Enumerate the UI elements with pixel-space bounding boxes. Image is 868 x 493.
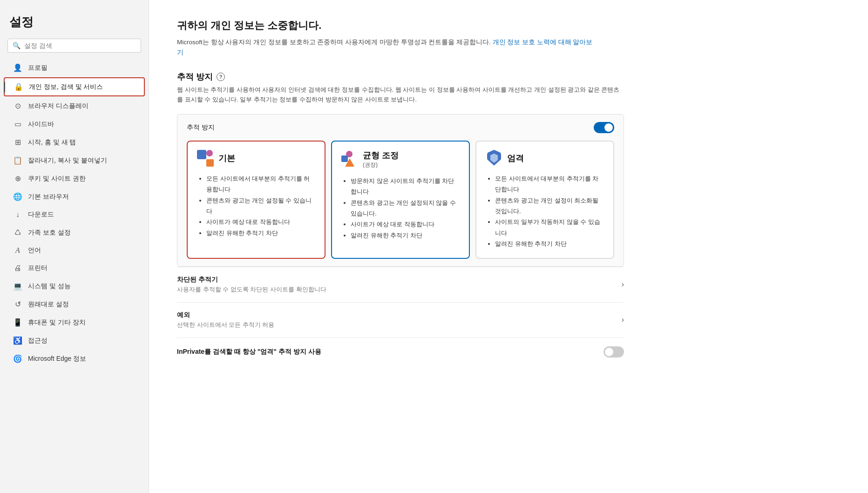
tracking-box: 추적 방지 기본 모든 사이트에서 대부분의 bbox=[177, 114, 624, 267]
sidebar-item-label: 사이드바 bbox=[28, 120, 54, 128]
sidebar-item-label: 브라우저 디스플레이 bbox=[28, 102, 88, 110]
sidebar-item-label: 시스템 및 성능 bbox=[28, 282, 71, 290]
sidebar-item-label: 접근성 bbox=[28, 337, 47, 345]
display-icon: ⊙ bbox=[13, 101, 22, 110]
sidebar-item-new-tab[interactable]: ⊞ 시작, 홈 및 새 탭 bbox=[4, 134, 145, 151]
sidebar-item-cookies[interactable]: ⊕ 쿠키 및 사이트 권한 bbox=[4, 170, 145, 187]
sidebar-item-label: 쿠키 및 사이트 권한 bbox=[28, 175, 86, 183]
section-title-tracking: 추적 방지 ? bbox=[177, 71, 840, 82]
profile-icon: 👤 bbox=[13, 63, 22, 72]
sidebar-item-label: 가족 보호 설정 bbox=[28, 229, 71, 237]
sidebar-item-label: 잘라내기, 복사 및 붙여넣기 bbox=[28, 156, 107, 165]
sidebar-item-family[interactable]: ♺ 가족 보호 설정 bbox=[4, 224, 145, 241]
system-icon: 💻 bbox=[13, 282, 22, 290]
sidebar-item-label: 프로필 bbox=[28, 64, 47, 72]
strict-icon bbox=[486, 150, 502, 167]
sidebar-item-label: 언어 bbox=[28, 246, 41, 255]
search-box[interactable]: 🔍 bbox=[7, 39, 141, 53]
card-title-strict: 엄격 bbox=[507, 153, 524, 164]
card-body-balanced: 방문하지 않은 사이트의 추적기를 차단합니다 콘텐츠와 광고는 개인 설정되지… bbox=[341, 176, 460, 241]
sidebar-item-profile[interactable]: 👤 프로필 bbox=[4, 59, 145, 76]
exceptions-desc: 선택한 사이트에서 모든 추적기 허용 bbox=[177, 321, 616, 329]
tracking-box-label: 추적 방지 bbox=[187, 123, 215, 132]
card-bullet: 콘텐츠와 광고는 개인 설정이 최소화될 것입니다. bbox=[495, 195, 604, 217]
inprivate-toggle[interactable] bbox=[604, 346, 624, 358]
sidebar-item-default-browser[interactable]: 🌐 기본 브라우저 bbox=[4, 188, 145, 205]
sidebar-item-about[interactable]: 🌀 Microsoft Edge 정보 bbox=[4, 350, 145, 367]
lock-icon: 🔒 bbox=[14, 82, 23, 91]
sidebar-item-label: 다운로드 bbox=[28, 210, 54, 219]
card-bullet: 방문하지 않은 사이트의 추적기를 차단합니다 bbox=[351, 176, 460, 197]
card-basic[interactable]: 기본 모든 사이트에서 대부분의 추적기를 허용합니다 콘텐츠와 광고는 개인 … bbox=[187, 141, 326, 259]
tracking-box-header: 추적 방지 bbox=[187, 122, 614, 133]
page-desc: Microsoft는 항상 사용자의 개인 정보를 보호하고 존중하며 사용자에… bbox=[177, 37, 596, 57]
search-icon: 🔍 bbox=[13, 42, 20, 49]
reset-icon: ↺ bbox=[13, 300, 22, 309]
basic-icon bbox=[197, 150, 214, 167]
card-bullet: 콘텐츠와 광고는 개인 설정되지 않을 수 있습니다. bbox=[351, 197, 460, 219]
sidebar-item-reset[interactable]: ↺ 원래대로 설정 bbox=[4, 296, 145, 313]
card-bullet: 모든 사이트에서 대부분의 추적기를 차단합니다 bbox=[495, 173, 604, 195]
exceptions-title: 예외 bbox=[177, 311, 616, 319]
browser-icon: 🌐 bbox=[13, 192, 22, 201]
card-balanced[interactable]: 균형 조정 (권장) 방문하지 않은 사이트의 추적기를 차단합니다 콘텐츠와 … bbox=[331, 141, 470, 259]
card-body-strict: 모든 사이트에서 대부분의 추적기를 차단합니다 콘텐츠와 광고는 개인 설정이… bbox=[486, 173, 604, 250]
newtab-icon: ⊞ bbox=[13, 138, 22, 147]
card-title-balanced: 균형 조정 bbox=[363, 150, 399, 161]
sidebar-item-language[interactable]: A 언어 bbox=[4, 242, 145, 259]
exceptions-row[interactable]: 예외 선택한 사이트에서 모든 추적기 허용 › bbox=[177, 302, 624, 338]
card-bullet: 콘텐츠와 광고는 개인 설정될 수 있습니다 bbox=[206, 195, 315, 217]
sidebar-item-sidebar[interactable]: ▭ 사이드바 bbox=[4, 115, 145, 133]
card-title-basic: 기본 bbox=[218, 153, 235, 164]
sidebar-item-accessibility[interactable]: ♿ 접근성 bbox=[4, 332, 145, 349]
clipboard-icon: 📋 bbox=[13, 156, 22, 165]
printer-icon: 🖨 bbox=[13, 264, 22, 272]
main-content: 귀하의 개인 정보는 소중합니다. Microsoft는 항상 사용자의 개인 … bbox=[149, 0, 868, 493]
sidebar-item-system[interactable]: 💻 시스템 및 성능 bbox=[4, 277, 145, 295]
card-strict[interactable]: 엄격 모든 사이트에서 대부분의 추적기를 차단합니다 콘텐츠와 광고는 개인 … bbox=[475, 141, 614, 259]
chevron-right-icon: › bbox=[622, 280, 624, 289]
sidebar-item-label: Microsoft Edge 정보 bbox=[28, 355, 86, 363]
search-input[interactable] bbox=[24, 42, 136, 49]
cookies-icon: ⊕ bbox=[13, 174, 22, 183]
edge-icon: 🌀 bbox=[13, 354, 22, 363]
sidebar-item-label: 프린터 bbox=[28, 264, 47, 272]
card-bullet: 사이트가 예상 대로 작동합니다 bbox=[351, 219, 460, 230]
sidebar-icon: ▭ bbox=[13, 120, 22, 128]
help-icon[interactable]: ? bbox=[217, 73, 225, 81]
blocked-trackers-desc: 사용자를 추적할 수 없도록 차단된 사이트를 확인합니다 bbox=[177, 285, 616, 294]
sidebar-item-mobile[interactable]: 📱 휴대폰 및 기타 장치 bbox=[4, 314, 145, 331]
sidebar-title: 설정 bbox=[0, 9, 149, 38]
sidebar: 설정 🔍 👤 프로필 🔒 개인 정보, 검색 및 서비스 ⊙ 브라우저 디스플레… bbox=[0, 0, 149, 493]
sidebar-item-browser-display[interactable]: ⊙ 브라우저 디스플레이 bbox=[4, 97, 145, 115]
card-bullet: 사이트의 일부가 작동하지 않을 수 있습니다 bbox=[495, 216, 604, 238]
blocked-trackers-left: 차단된 추적기 사용자를 추적할 수 없도록 차단된 사이트를 확인합니다 bbox=[177, 276, 616, 294]
sidebar-item-printer[interactable]: 🖨 프린터 bbox=[4, 260, 145, 277]
blocked-trackers-title: 차단된 추적기 bbox=[177, 276, 616, 284]
blocked-trackers-row[interactable]: 차단된 추적기 사용자를 추적할 수 없도록 차단된 사이트를 확인합니다 › bbox=[177, 267, 624, 302]
mobile-icon: 📱 bbox=[13, 318, 22, 327]
tracking-cards-row: 기본 모든 사이트에서 대부분의 추적기를 허용합니다 콘텐츠와 광고는 개인 … bbox=[187, 141, 614, 259]
sidebar-item-label: 시작, 홈 및 새 탭 bbox=[28, 138, 76, 147]
card-bullet: 알려진 유해한 추적기 차단 bbox=[495, 238, 604, 249]
page-title: 귀하의 개인 정보는 소중합니다. bbox=[177, 19, 840, 33]
balanced-icon bbox=[341, 151, 358, 168]
sidebar-item-label: 기본 브라우저 bbox=[28, 193, 69, 201]
section-desc: 웹 사이트는 추적기를 사용하여 사용자의 인터넷 검색에 대한 정보를 수집합… bbox=[177, 85, 624, 105]
download-icon: ↓ bbox=[13, 210, 22, 219]
sidebar-item-privacy[interactable]: 🔒 개인 정보, 검색 및 서비스 bbox=[4, 77, 145, 96]
accessibility-icon: ♿ bbox=[13, 336, 22, 345]
sidebar-item-label: 원래대로 설정 bbox=[28, 300, 69, 309]
tracking-toggle[interactable] bbox=[594, 122, 614, 133]
sidebar-item-clipboard[interactable]: 📋 잘라내기, 복사 및 붙여넣기 bbox=[4, 152, 145, 169]
card-body-basic: 모든 사이트에서 대부분의 추적기를 허용합니다 콘텐츠와 광고는 개인 설정될… bbox=[197, 173, 315, 238]
sidebar-item-label: 개인 정보, 검색 및 서비스 bbox=[29, 83, 103, 91]
sidebar-item-downloads[interactable]: ↓ 다운로드 bbox=[4, 206, 145, 223]
card-bullet: 모든 사이트에서 대부분의 추적기를 허용합니다 bbox=[206, 173, 315, 195]
family-icon: ♺ bbox=[13, 228, 22, 237]
card-bullet: 사이트가 예상 대로 작동합니다 bbox=[206, 216, 315, 227]
inprivate-label: InPrivate를 검색할 때 항상 "엄격" 추적 방지 사용 bbox=[177, 348, 321, 356]
card-subtitle-balanced: (권장) bbox=[363, 161, 399, 169]
card-bullet: 알려진 유해한 추적기 차단 bbox=[206, 228, 315, 238]
card-bullet: 알려진 유해한 추적기 차단 bbox=[351, 230, 460, 241]
